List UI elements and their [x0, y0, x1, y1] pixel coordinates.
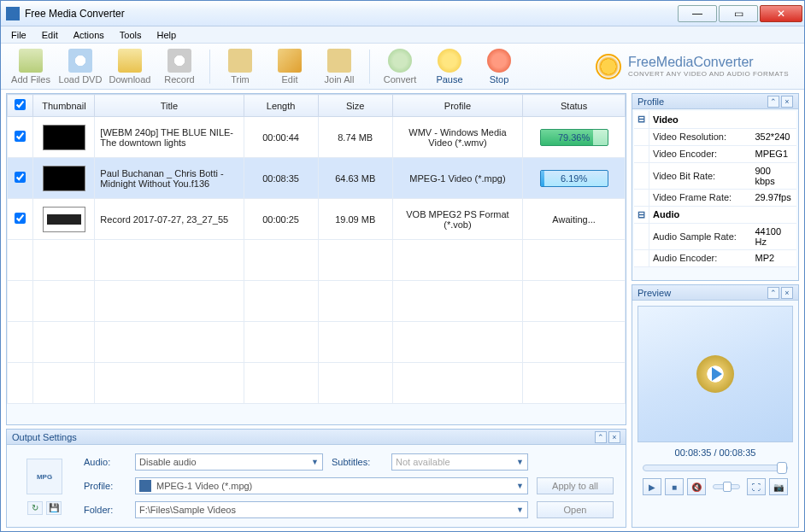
progress-bar: 79.36% — [540, 129, 608, 146]
save-icon[interactable]: 💾 — [46, 501, 62, 515]
row-size: 8.74 MB — [318, 117, 392, 158]
menu-file[interactable]: File — [4, 28, 33, 42]
folder-combo[interactable]: F:\Files\Sample Videos▼ — [135, 501, 528, 518]
preview-panel: Preview⌃× 00:08:35 / 00:08:35 ▶ ■ 🔇 ⛶ 📷 — [632, 284, 799, 528]
profile-key: Video Encoder: — [649, 145, 752, 162]
profile-panel-title: Profile — [638, 96, 664, 107]
select-all-checkbox[interactable] — [15, 99, 26, 110]
subtitles-combo[interactable]: Not available▼ — [391, 453, 528, 471]
panel-close-button[interactable]: × — [781, 287, 793, 299]
profile-value[interactable]: 44100 Hz — [752, 223, 797, 249]
window-title: Free Media Converter — [25, 8, 678, 20]
seek-slider[interactable] — [643, 465, 788, 471]
convert-icon — [388, 49, 412, 73]
panel-close-button[interactable]: × — [781, 96, 793, 108]
subtitles-label: Subtitles: — [332, 457, 383, 467]
preview-panel-title: Preview — [638, 288, 671, 298]
col-header-check[interactable] — [8, 95, 33, 117]
output-settings-title: Output Settings — [12, 432, 77, 442]
preview-snapshot-button[interactable]: 📷 — [769, 478, 788, 495]
row-checkbox[interactable] — [15, 172, 26, 183]
tree-toggle[interactable]: ⊟ — [634, 206, 649, 223]
output-settings-panel: Output Settings ⌃ × MPG ↻ 💾 Audio: Disab… — [6, 429, 626, 528]
table-row[interactable]: Record 2017-07-27, 23_27_55 00:00:25 19.… — [8, 199, 626, 240]
thumbnail — [43, 207, 85, 232]
panel-collapse-button[interactable]: ⌃ — [767, 287, 779, 299]
panel-collapse-button[interactable]: ⌃ — [767, 96, 779, 108]
file-list-panel: Thumbnail Title Length Size Profile Stat… — [6, 93, 626, 425]
join-all-button[interactable]: Join All — [314, 49, 364, 85]
row-size: 64.63 MB — [318, 158, 392, 199]
preview-stop-button[interactable]: ■ — [665, 478, 684, 495]
stop-button[interactable]: Stop — [474, 49, 524, 85]
table-row[interactable]: [WEBM 240p] THE BLUE NILE-The downtown l… — [8, 117, 626, 158]
file-table: Thumbnail Title Length Size Profile Stat… — [7, 94, 626, 404]
download-button[interactable]: Download — [105, 49, 155, 85]
profile-value[interactable]: 352*240 — [752, 128, 797, 145]
volume-slider[interactable] — [713, 484, 740, 489]
profile-category: Audio — [649, 206, 797, 223]
col-header-title[interactable]: Title — [95, 95, 244, 117]
edit-icon — [278, 49, 302, 73]
row-checkbox[interactable] — [15, 213, 26, 224]
menu-help[interactable]: Help — [150, 28, 183, 42]
pause-button[interactable]: Pause — [425, 49, 474, 85]
load-dvd-button[interactable]: Load DVD — [56, 49, 105, 85]
col-header-size[interactable]: Size — [318, 95, 392, 117]
tree-toggle[interactable]: ⊟ — [634, 111, 649, 128]
audio-label: Audio: — [84, 457, 126, 467]
add-files-button[interactable]: Add Files — [6, 49, 56, 85]
row-checkbox[interactable] — [15, 131, 26, 142]
pause-icon — [438, 49, 461, 73]
minimize-button[interactable]: — — [678, 5, 717, 22]
col-header-thumbnail[interactable]: Thumbnail — [33, 95, 95, 117]
row-title: Record 2017-07-27, 23_27_55 — [95, 199, 244, 240]
col-header-status[interactable]: Status — [523, 95, 626, 117]
profile-key: Video Frame Rate: — [649, 189, 752, 206]
profile-key: Audio Encoder: — [649, 249, 752, 266]
close-button[interactable]: ✕ — [760, 5, 802, 22]
brand: FreeMediaConverter CONVERT ANY VIDEO AND… — [596, 54, 799, 79]
profile-value[interactable]: MP2 — [752, 249, 797, 266]
chevron-down-icon: ▼ — [311, 458, 319, 466]
panel-close-button[interactable]: × — [608, 431, 620, 443]
profile-panel: Profile⌃× ⊟VideoVideo Resolution:352*240… — [632, 93, 799, 281]
profile-value[interactable]: 900 kbps — [752, 162, 797, 189]
format-icon[interactable]: MPG — [26, 459, 62, 494]
apply-to-all-button[interactable]: Apply to all — [537, 477, 614, 494]
profile-combo[interactable]: MPEG-1 Video (*.mpg)▼ — [135, 477, 528, 494]
panel-collapse-button[interactable]: ⌃ — [595, 431, 607, 443]
brand-name: FreeMediaConverter — [628, 55, 789, 70]
brand-icon — [596, 54, 621, 79]
audio-combo[interactable]: Disable audio▼ — [135, 453, 323, 471]
add-files-icon — [19, 49, 43, 73]
edit-button[interactable]: Edit — [265, 49, 314, 85]
trim-button[interactable]: Trim — [215, 49, 265, 85]
profile-value[interactable]: 29.97fps — [752, 189, 797, 206]
menu-tools[interactable]: Tools — [113, 28, 149, 42]
preview-fullscreen-button[interactable]: ⛶ — [747, 478, 766, 495]
convert-button[interactable]: Convert — [375, 49, 425, 85]
refresh-icon[interactable]: ↻ — [27, 501, 43, 515]
status-text: Awaiting... — [552, 214, 596, 225]
menu-edit[interactable]: Edit — [35, 28, 65, 42]
open-folder-button[interactable]: Open — [537, 501, 614, 518]
col-header-length[interactable]: Length — [244, 95, 318, 117]
record-button[interactable]: Record — [155, 49, 204, 85]
col-header-profile[interactable]: Profile — [392, 95, 522, 117]
table-row[interactable]: Paul Buchanan _ Chris Botti - Midnight W… — [8, 158, 626, 199]
profile-key: Video Resolution: — [649, 128, 752, 145]
row-size: 19.09 MB — [318, 199, 392, 240]
profile-key: Audio Sample Rate: — [649, 223, 752, 249]
maximize-button[interactable]: ▭ — [719, 5, 758, 22]
preview-mute-button[interactable]: 🔇 — [687, 478, 706, 495]
preview-video[interactable] — [638, 306, 793, 442]
film-icon — [139, 480, 151, 492]
profile-label: Profile: — [84, 481, 126, 491]
menu-actions[interactable]: Actions — [67, 28, 111, 42]
chevron-down-icon: ▼ — [516, 458, 524, 466]
profile-value[interactable]: MPEG1 — [752, 145, 797, 162]
row-title: Paul Buchanan _ Chris Botti - Midnight W… — [95, 158, 244, 199]
row-length: 00:00:25 — [244, 199, 318, 240]
preview-play-button[interactable]: ▶ — [643, 478, 661, 495]
